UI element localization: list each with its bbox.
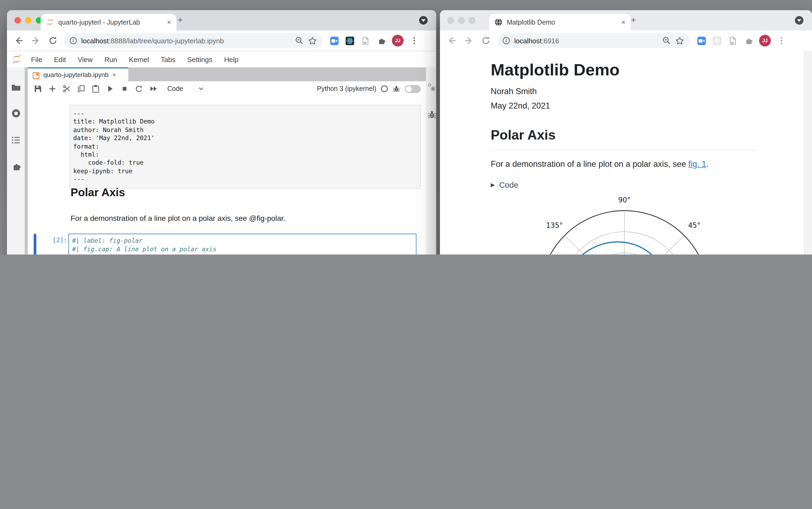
react-devtools-extension-icon[interactable]	[345, 36, 354, 45]
code-lines[interactable]: #| label: fig-polar#| fig.cap: A line pl…	[68, 234, 416, 254]
browser-tab-jupyterlab[interactable]: quarto-jupyterl - JupyterLab ×	[41, 14, 176, 31]
body-paragraph: For a demonstration of a line plot on a …	[491, 159, 758, 169]
property-inspector-gears-icon[interactable]	[427, 82, 437, 93]
browser-tab-matplotlib-demo[interactable]: Matplotlib Demo ×	[489, 14, 631, 31]
cell-type-caret-icon[interactable]	[198, 86, 204, 92]
paste-cells-button[interactable]	[92, 84, 100, 93]
toggle-knob	[406, 86, 412, 92]
tab-search-menu-button[interactable]	[419, 16, 428, 25]
browser-menu-icon[interactable]	[410, 36, 419, 45]
new-tab-button[interactable]: +	[177, 16, 183, 24]
chevron-down-icon	[421, 19, 425, 22]
url-port: :6916	[542, 37, 559, 45]
tab-search-menu-button[interactable]	[795, 16, 804, 25]
cell-type-dropdown[interactable]: Code	[167, 85, 183, 93]
notebook-toolbar: Code Python 3 (ipykernel)	[28, 81, 426, 97]
profile-avatar[interactable]: JJ	[759, 35, 771, 46]
document-extension-icon[interactable]	[728, 36, 737, 45]
zoom-app-extension-icon[interactable]	[697, 36, 706, 45]
minimize-window-button[interactable]	[25, 17, 32, 24]
menu-file[interactable]: File	[25, 55, 48, 63]
bookmark-star-icon[interactable]	[308, 36, 317, 45]
extension-manager-icon[interactable]	[11, 162, 22, 172]
url-path: :8888/lab/tree/quarto-jupyterlab.ipynb	[109, 37, 224, 45]
menu-kernel[interactable]: Kernel	[123, 55, 155, 63]
scrollbar-gutter[interactable]	[804, 51, 812, 254]
debugger-toggle[interactable]	[405, 85, 421, 93]
page-date: May 22nd, 2021	[491, 101, 758, 111]
menu-edit[interactable]: Edit	[48, 55, 72, 63]
notebook-tab[interactable]: quarto-jupyterlab.ipynb ×	[28, 67, 128, 81]
run-cell-button[interactable]	[106, 84, 114, 93]
add-cell-button[interactable]	[48, 84, 57, 93]
notebook-scroll-area[interactable]: ---title: Matplotlib Demoauthor: Norah S…	[28, 96, 426, 254]
menu-view[interactable]: View	[72, 55, 99, 63]
zoom-window-button[interactable]	[469, 17, 475, 24]
zoom-level-icon[interactable]	[295, 36, 304, 45]
file-browser-icon[interactable]	[11, 82, 22, 93]
minimize-window-button[interactable]	[458, 17, 464, 24]
forward-button[interactable]	[463, 35, 474, 46]
execution-count-prompt: [2]:	[49, 236, 67, 244]
paragraph-period: .	[706, 159, 709, 168]
tab-close-icon[interactable]: ×	[167, 18, 171, 26]
close-window-button[interactable]	[14, 17, 21, 24]
left-activity-bar	[7, 67, 25, 254]
running-kernels-icon[interactable]	[11, 108, 22, 119]
reload-button[interactable]	[481, 35, 491, 46]
document-extension-icon[interactable]	[361, 36, 370, 45]
preview-polar-chart: 0°45°90°135°180°225°270°315°0.51.01.52.0	[512, 190, 737, 254]
url-text[interactable]: localhost:8888/lab/tree/quarto-jupyterla…	[81, 37, 224, 45]
restart-run-all-button[interactable]	[149, 84, 158, 93]
extensions-puzzle-icon[interactable]	[376, 36, 385, 45]
close-window-button[interactable]	[448, 17, 454, 24]
address-bar[interactable]: localhost:6916	[497, 33, 690, 48]
desktop: quarto-jupyterl - JupyterLab × + localho…	[0, 0, 812, 254]
menu-tabs[interactable]: Tabs	[155, 55, 181, 63]
zoom-level-icon[interactable]	[662, 36, 671, 45]
cut-cells-button[interactable]	[63, 84, 71, 93]
forward-button[interactable]	[31, 35, 41, 46]
figure-link[interactable]: fig. 1	[688, 159, 706, 168]
code-fold-summary[interactable]: ▶ Code	[491, 180, 758, 189]
back-button[interactable]	[446, 35, 457, 46]
yaml-cell-lines[interactable]: ---title: Matplotlib Demoauthor: Norah S…	[70, 105, 421, 189]
tab-close-icon[interactable]: ×	[622, 18, 626, 26]
site-info-icon[interactable]	[502, 37, 510, 44]
notebook-file-icon	[33, 71, 40, 78]
bookmark-star-icon[interactable]	[675, 36, 684, 45]
table-of-contents-icon[interactable]	[11, 135, 22, 145]
interrupt-kernel-button[interactable]	[120, 84, 129, 93]
back-button[interactable]	[13, 35, 24, 46]
right-browser-toolbar: localhost:6916 JJ	[440, 31, 812, 51]
notebook-tab-close-icon[interactable]: ×	[112, 71, 116, 78]
menu-help[interactable]: Help	[218, 55, 244, 63]
save-button[interactable]	[34, 84, 42, 93]
react-devtools-extension-icon[interactable]	[713, 36, 722, 45]
browser-tab-title: Matplotlib Demo	[507, 19, 617, 26]
copy-cells-button[interactable]	[77, 84, 85, 93]
profile-avatar[interactable]: JJ	[392, 35, 403, 46]
main-dock-panel: quarto-jupyterlab.ipynb ×	[25, 67, 426, 254]
toolbar-bug-icon[interactable]	[392, 85, 400, 93]
jupyter-favicon	[46, 18, 54, 26]
restart-kernel-button[interactable]	[135, 84, 143, 93]
menu-settings[interactable]: Settings	[181, 55, 218, 63]
input-collapser[interactable]	[34, 234, 36, 254]
address-bar[interactable]: localhost:8888/lab/tree/quarto-jupyterla…	[64, 33, 322, 48]
url-host: localhost	[514, 37, 542, 45]
menu-run[interactable]: Run	[99, 55, 123, 63]
window-controls	[14, 17, 42, 24]
jupyter-logo	[11, 54, 22, 65]
zoom-app-extension-icon[interactable]	[330, 36, 339, 45]
site-info-icon[interactable]	[70, 37, 77, 44]
globe-favicon	[494, 18, 502, 26]
paragraph-text: For a demonstration of a line plot on a …	[491, 159, 688, 168]
browser-menu-icon[interactable]	[777, 36, 786, 45]
extensions-puzzle-icon[interactable]	[744, 36, 753, 45]
kernel-name-button[interactable]: Python 3 (ipykernel)	[317, 85, 376, 93]
url-text[interactable]: localhost:6916	[514, 37, 559, 45]
reload-button[interactable]	[47, 35, 58, 46]
new-tab-button[interactable]: +	[631, 16, 636, 24]
debugger-bug-icon[interactable]	[427, 110, 437, 120]
